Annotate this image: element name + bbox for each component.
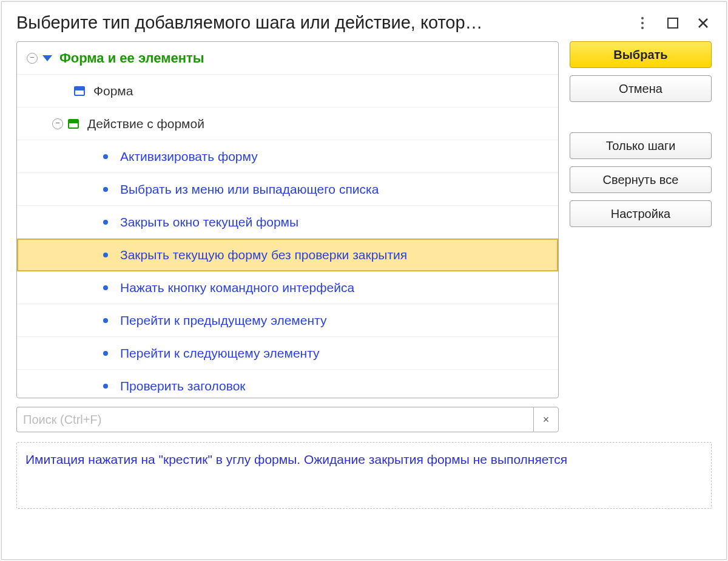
form-icon (74, 86, 85, 96)
tree-item-label: Форма (93, 84, 133, 98)
tree-action-item[interactable]: Нажать кнопку командного интерфейса (17, 271, 558, 304)
tree-action-item[interactable]: Перейти к следующему элементу (17, 337, 558, 370)
bullet-icon (103, 318, 108, 323)
collapse-icon[interactable] (27, 53, 38, 64)
svg-point-1 (641, 22, 644, 24)
bullet-icon (103, 253, 108, 257)
tree-item-group[interactable]: Действие с формой (17, 107, 558, 140)
tree-item-form[interactable]: Форма (17, 75, 558, 107)
svg-point-0 (641, 17, 644, 19)
select-button[interactable]: Выбрать (570, 41, 712, 68)
dialog-title: Выберите тип добавляемого шага или дейст… (16, 13, 627, 33)
bullet-icon (103, 187, 108, 192)
form-action-icon (68, 119, 79, 129)
tree-action-label: Проверить заголовок (120, 379, 246, 393)
bullet-icon (103, 285, 108, 290)
tree-action-label: Выбрать из меню или выпадающего списка (120, 182, 379, 197)
chevron-down-icon (42, 55, 52, 61)
svg-point-2 (641, 27, 644, 29)
svg-rect-3 (668, 18, 678, 28)
tree-frame: Форма и ее элементы Форма Действие с фор… (16, 41, 559, 398)
bullet-icon (103, 384, 108, 389)
search-clear-button[interactable]: × (533, 407, 559, 432)
dialog-window: Выберите тип добавляемого шага или дейст… (1, 1, 727, 560)
collapse-all-button[interactable]: Свернуть все (570, 166, 712, 193)
tree-action-item[interactable]: Проверить заголовок (17, 370, 558, 398)
tree-action-item[interactable]: Закрыть окно текущей формы (17, 206, 558, 239)
tree-action-label: Перейти к предыдущему элементу (120, 313, 326, 328)
tree-action-label: Нажать кнопку командного интерфейса (120, 280, 354, 295)
tree-action-item[interactable]: Перейти к предыдущему элементу (17, 304, 558, 337)
search-row: × (16, 407, 559, 432)
tree-action-label: Перейти к следующему элементу (120, 346, 320, 361)
tree[interactable]: Форма и ее элементы Форма Действие с фор… (17, 42, 558, 398)
tree-header-label: Форма и ее элементы (59, 50, 204, 66)
tree-header[interactable]: Форма и ее элементы (17, 42, 558, 75)
tree-action-label: Закрыть окно текущей формы (120, 215, 298, 229)
button-column: Выбрать Отмена Только шаги Свернуть все … (570, 41, 712, 547)
bullet-icon (103, 154, 108, 159)
tree-action-item[interactable]: Выбрать из меню или выпадающего списка (17, 173, 558, 206)
tree-action-item[interactable]: Закрыть текущую форму без проверки закры… (17, 239, 558, 271)
tree-action-item[interactable]: Активизировать форму (17, 140, 558, 173)
tree-action-label: Закрыть текущую форму без проверки закры… (120, 248, 407, 262)
only-steps-button[interactable]: Только шаги (570, 132, 712, 159)
tree-item-label: Действие с формой (87, 117, 204, 131)
titlebar-controls (634, 15, 712, 32)
bullet-icon (103, 351, 108, 356)
bullet-icon (103, 220, 108, 225)
collapse-icon[interactable] (52, 118, 63, 129)
search-input[interactable] (16, 407, 533, 432)
titlebar: Выберите тип добавляемого шага или дейст… (2, 2, 726, 41)
tree-action-label: Активизировать форму (120, 149, 258, 164)
close-icon[interactable] (695, 15, 712, 32)
maximize-icon[interactable] (664, 15, 681, 32)
settings-button[interactable]: Настройка (570, 200, 712, 227)
menu-icon[interactable] (634, 15, 651, 32)
cancel-button[interactable]: Отмена (570, 75, 712, 102)
